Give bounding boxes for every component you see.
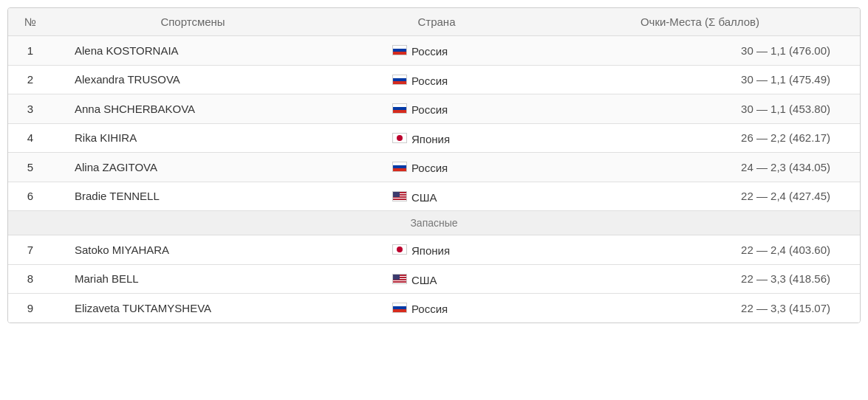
country-name: США: [411, 190, 437, 203]
row-number: 5: [8, 153, 52, 182]
flag-ru-icon: [392, 303, 407, 313]
col-country: Страна: [333, 8, 540, 36]
row-number: 1: [8, 36, 52, 66]
table-row: 8Mariah BELLСША22 — 3,3 (418.56): [8, 264, 860, 294]
athlete-name: Anna SHCHERBAKOVA: [52, 94, 333, 124]
score-cell: 24 — 2,3 (434.05): [540, 153, 860, 182]
country-cell: Россия: [333, 153, 540, 182]
table-row: 3Anna SHCHERBAKOVAРоссия30 — 1,1 (453.80…: [8, 94, 860, 124]
country-name: Россия: [411, 45, 448, 58]
separator-row: Запасные: [8, 211, 860, 235]
country-cell: США: [333, 182, 540, 211]
rankings-table: № Спортсмены Страна Очки-Места (Σ баллов…: [7, 7, 861, 323]
athlete-name: Alina ZAGITOVA: [52, 153, 333, 182]
country-cell: Россия: [333, 294, 540, 323]
country-name: Россия: [411, 303, 448, 315]
athlete-name: Satoko MIYAHARA: [52, 235, 333, 265]
col-number: №: [8, 8, 52, 36]
country-cell: Япония: [333, 235, 540, 265]
athlete-name: Alena KOSTORNAIA: [52, 36, 333, 66]
col-score: Очки-Места (Σ баллов): [540, 8, 860, 36]
country-cell: США: [333, 264, 540, 294]
athlete-name: Rika KIHIRA: [52, 123, 333, 153]
country-cell: Россия: [333, 65, 540, 94]
separator-label: Запасные: [8, 211, 860, 235]
country-name: Япония: [411, 244, 450, 257]
country-name: Россия: [411, 103, 448, 116]
country-name: США: [411, 273, 437, 286]
country-name: Россия: [411, 162, 448, 174]
row-number: 7: [8, 235, 52, 265]
score-cell: 22 — 2,4 (403.60): [540, 235, 860, 265]
country-name: Россия: [411, 74, 448, 86]
flag-ru-icon: [392, 162, 407, 172]
score-cell: 30 — 1,1 (475.49): [540, 65, 860, 94]
row-number: 9: [8, 294, 52, 323]
flag-ru-icon: [392, 75, 407, 85]
athlete-name: Alexandra TRUSOVA: [52, 65, 333, 94]
flag-us-icon: [392, 274, 407, 284]
flag-jp-icon: [392, 133, 407, 143]
table-header-row: № Спортсмены Страна Очки-Места (Σ баллов…: [8, 8, 860, 36]
score-cell: 22 — 3,3 (415.07): [540, 294, 860, 323]
country-cell: Россия: [333, 36, 540, 66]
country-name: Япония: [411, 132, 450, 145]
table-row: 5Alina ZAGITOVAРоссия24 — 2,3 (434.05): [8, 153, 860, 182]
table-row: 6Bradie TENNELLСША22 — 2,4 (427.45): [8, 182, 860, 211]
table-row: 1Alena KOSTORNAIAРоссия30 — 1,1 (476.00): [8, 36, 860, 66]
country-cell: Япония: [333, 123, 540, 153]
score-cell: 22 — 2,4 (427.45): [540, 182, 860, 211]
row-number: 6: [8, 182, 52, 211]
flag-ru-icon: [392, 45, 407, 55]
table-row: 9Elizaveta TUKTAMYSHEVAРоссия22 — 3,3 (4…: [8, 294, 860, 323]
table-row: 7Satoko MIYAHARAЯпония22 — 2,4 (403.60): [8, 235, 860, 265]
country-cell: Россия: [333, 94, 540, 124]
score-cell: 26 — 2,2 (462.17): [540, 123, 860, 153]
col-athletes: Спортсмены: [52, 8, 333, 36]
score-cell: 30 — 1,1 (476.00): [540, 36, 860, 66]
row-number: 8: [8, 264, 52, 294]
flag-ru-icon: [392, 103, 407, 114]
score-cell: 22 — 3,3 (418.56): [540, 264, 860, 294]
table-row: 2Alexandra TRUSOVAРоссия30 — 1,1 (475.49…: [8, 65, 860, 94]
athlete-name: Bradie TENNELL: [52, 182, 333, 211]
flag-jp-icon: [392, 244, 407, 255]
athlete-name: Elizaveta TUKTAMYSHEVA: [52, 294, 333, 323]
row-number: 4: [8, 123, 52, 153]
flag-us-icon: [392, 191, 407, 201]
row-number: 2: [8, 65, 52, 94]
athlete-name: Mariah BELL: [52, 264, 333, 294]
table-row: 4Rika KIHIRAЯпония26 — 2,2 (462.17): [8, 123, 860, 153]
score-cell: 30 — 1,1 (453.80): [540, 94, 860, 124]
row-number: 3: [8, 94, 52, 124]
